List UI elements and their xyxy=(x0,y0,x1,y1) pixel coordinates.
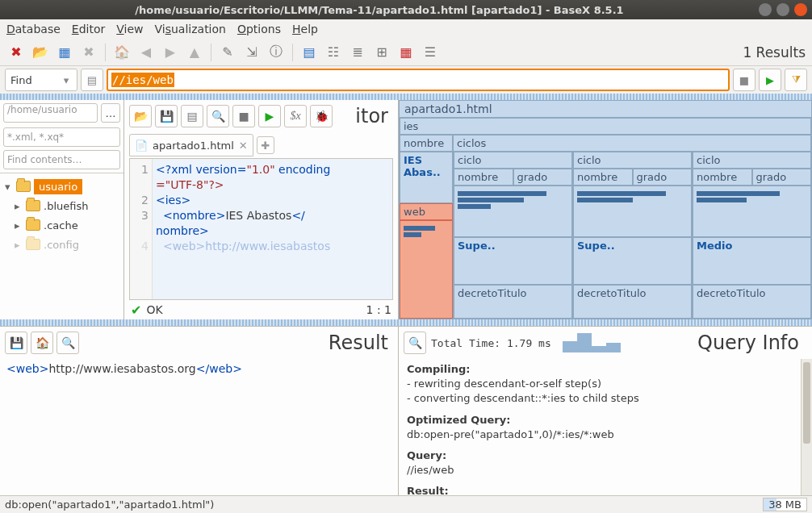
tm-decreto[interactable]: decretoTitulo xyxy=(693,285,811,319)
project-tree: ▾ usuario ▸ .bluefish ▸ .cache ▸ .config xyxy=(0,173,123,319)
editor-panel: 📂 💾 ▤ 🔍 ■ ▶ $x 🐞 itor 📄 apartado1.html ✕… xyxy=(124,100,399,319)
tm-nombre-val[interactable]: IES Abas.. xyxy=(400,152,453,203)
tm-ies[interactable]: ies xyxy=(400,118,811,135)
view-list1-icon[interactable]: ≣ xyxy=(348,43,367,62)
path-input[interactable]: /home/usuario xyxy=(3,103,98,123)
search-qi-button[interactable]: 🔍 xyxy=(404,332,426,354)
queryinfo-body[interactable]: Compiling: - rewriting descendant-or-sel… xyxy=(399,359,801,495)
tm-data[interactable] xyxy=(454,186,572,237)
tm-web-val[interactable] xyxy=(400,220,453,319)
window-title: /home/usuario/Escritorio/LLMM/Tema-11/ap… xyxy=(5,4,754,16)
grid-icon[interactable]: ▦ xyxy=(55,43,74,62)
result-toolbar: 💾 🏠 🔍 Result xyxy=(0,327,398,359)
timing-chart xyxy=(563,333,621,352)
find-mode-select[interactable]: Find ▾ xyxy=(5,69,77,91)
close-tab-icon[interactable]: ✕ xyxy=(239,140,248,152)
tm-decreto[interactable]: decretoTitulo xyxy=(454,285,572,319)
home-result-button[interactable]: 🏠 xyxy=(31,332,53,354)
minimize-button[interactable] xyxy=(759,3,772,16)
delete-icon[interactable]: ✖ xyxy=(79,43,98,62)
result-body[interactable]: <web>http://www.iesabastos.org</web> xyxy=(0,359,398,495)
tree-label: .bluefish xyxy=(44,200,88,212)
tm-grado[interactable]: grado xyxy=(752,169,812,186)
menu-options[interactable]: Options xyxy=(237,23,281,35)
tm-root[interactable]: apartado1.html xyxy=(400,101,811,118)
status-text: OK xyxy=(146,303,162,316)
editor-tab[interactable]: 📄 apartado1.html ✕ xyxy=(129,134,253,156)
tm-data[interactable] xyxy=(693,186,811,237)
history-button[interactable]: ▤ xyxy=(181,105,203,127)
forward-icon[interactable]: ▶ xyxy=(161,43,180,62)
tm-grado[interactable]: grado xyxy=(633,169,693,186)
tree-item-config[interactable]: ▸ .config xyxy=(0,235,123,254)
tree-item-cache[interactable]: ▸ .cache xyxy=(0,215,123,235)
menu-database[interactable]: Database xyxy=(6,23,61,35)
treemap[interactable]: apartado1.html ies nombre IES Abas.. web… xyxy=(399,100,812,319)
stop-exec-button[interactable]: ■ xyxy=(232,105,255,127)
close-db-icon[interactable]: ✖ xyxy=(6,43,26,62)
tm-ciclo[interactable]: ciclo xyxy=(573,152,692,169)
close-button[interactable] xyxy=(794,3,807,16)
info-icon[interactable]: ⓘ xyxy=(266,43,286,62)
query-input[interactable]: //ies/web xyxy=(107,69,730,91)
tm-grado-val[interactable]: Supe.. xyxy=(573,237,692,286)
tm-grado[interactable]: grado xyxy=(513,169,573,186)
debug-button[interactable]: 🐞 xyxy=(310,105,333,127)
tm-data[interactable] xyxy=(573,186,692,237)
results-count: 1 Results xyxy=(743,44,806,60)
tm-nombre[interactable]: nombre xyxy=(454,169,513,186)
view-list2-icon[interactable]: ⊞ xyxy=(372,43,391,62)
open-icon[interactable]: 📂 xyxy=(31,43,50,62)
tm-grado-val[interactable]: Medio xyxy=(693,237,811,286)
menu-view[interactable]: View xyxy=(116,23,143,35)
search-result-button[interactable]: 🔍 xyxy=(57,332,79,354)
tm-grado-val[interactable]: Supe.. xyxy=(454,237,572,286)
save-file-button[interactable]: 💾 xyxy=(155,105,178,127)
tm-decreto[interactable]: decretoTitulo xyxy=(573,285,692,319)
view-grid-icon[interactable]: ▤ xyxy=(299,43,319,62)
path-browse-button[interactable]: … xyxy=(101,103,120,123)
menu-editor[interactable]: Editor xyxy=(72,23,105,35)
tm-nombre[interactable]: nombre xyxy=(400,135,453,152)
folder-icon xyxy=(26,239,40,250)
tm-nombre[interactable]: nombre xyxy=(573,169,633,186)
folder-icon xyxy=(26,200,40,211)
view-tree-icon[interactable]: ☷ xyxy=(324,43,343,62)
find-config-button[interactable]: ▤ xyxy=(81,69,103,91)
tm-ciclo[interactable]: ciclo xyxy=(454,152,572,169)
menu-help[interactable]: Help xyxy=(292,23,318,35)
chevron-right-icon: ▸ xyxy=(15,200,23,212)
save-result-button[interactable]: 💾 xyxy=(5,332,27,354)
filter-button[interactable]: ⧩ xyxy=(785,69,807,91)
menu-visualization[interactable]: Visualization xyxy=(155,23,226,35)
edit-icon[interactable]: ✎ xyxy=(218,43,237,62)
tm-nombre[interactable]: nombre xyxy=(693,169,752,186)
run-exec-button[interactable]: ▶ xyxy=(258,105,281,127)
home-icon[interactable]: 🏠 xyxy=(112,43,132,62)
qi-scrollbar[interactable] xyxy=(801,359,812,495)
open-file-button[interactable]: 📂 xyxy=(129,105,152,127)
up-icon[interactable]: ▲ xyxy=(185,43,204,62)
tree-item-bluefish[interactable]: ▸ .bluefish xyxy=(0,196,123,215)
rt-icon[interactable]: ⇲ xyxy=(242,43,262,62)
stop-button[interactable]: ■ xyxy=(733,69,755,91)
filter-input[interactable]: *.xml, *.xq* xyxy=(3,127,120,147)
tm-ciclo[interactable]: ciclo xyxy=(693,152,811,169)
maximize-button[interactable] xyxy=(776,3,789,16)
search-button[interactable]: 🔍 xyxy=(207,105,229,127)
tm-ciclos[interactable]: ciclos xyxy=(453,135,811,152)
query-text: //ies/web xyxy=(111,73,174,87)
back-icon[interactable]: ◀ xyxy=(136,43,156,62)
tree-item-usuario[interactable]: ▾ usuario xyxy=(0,177,123,196)
view-table-icon[interactable]: ▦ xyxy=(396,43,416,62)
tm-web[interactable]: web xyxy=(400,203,453,220)
add-tab-button[interactable]: ✚ xyxy=(257,136,274,154)
menubar: Database Editor View Visualization Optio… xyxy=(0,19,812,39)
view-explorer-icon[interactable]: ☰ xyxy=(421,43,440,62)
vars-button[interactable]: $x xyxy=(284,105,307,127)
memory-indicator[interactable]: 38 MB xyxy=(763,498,807,511)
find-contents-input[interactable]: Find contents… xyxy=(3,150,120,169)
tree-label: .cache xyxy=(44,219,78,231)
run-button[interactable]: ▶ xyxy=(759,69,781,91)
code-editor[interactable]: 1234 <?xml version="1.0" encoding ="UTF-… xyxy=(129,158,393,300)
